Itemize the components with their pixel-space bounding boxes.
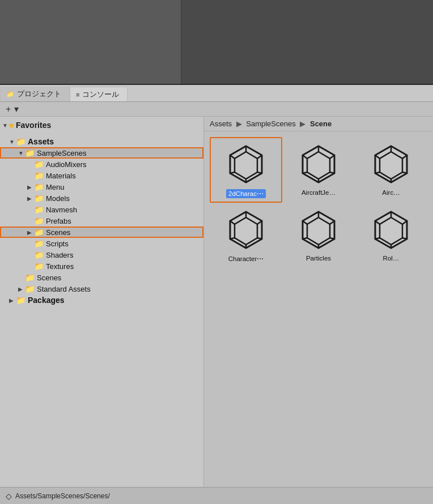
viewport-right [181, 0, 433, 84]
file-grid: 2dCharac⋯ AircraftJe… [204, 131, 433, 487]
status-text: Assets/SampleScenes/Scenes/ [15, 492, 110, 500]
breadcrumb-sep-2: ▶ [300, 119, 308, 128]
main-panel: ▼ ★ Favorites ▼ 📁 Assets ▼ 📁 SampleScene… [0, 117, 433, 487]
menu-folder-icon: 📁 [34, 182, 44, 191]
scenes2-folder-icon: 📁 [25, 273, 35, 282]
file-label-particles: Particles [306, 255, 331, 262]
shaders-label: Shaders [46, 251, 73, 259]
file-item-2dcharac[interactable]: 2dCharac⋯ [210, 137, 282, 203]
packages-folder-icon: 📁 [16, 296, 26, 305]
packages-label: Packages [28, 296, 65, 305]
sidebar-item-assets[interactable]: ▼ 📁 Assets [0, 136, 203, 147]
add-button[interactable]: + [5, 104, 12, 114]
scenes-label: Scenes [46, 228, 70, 237]
navmesh-arrow [27, 207, 33, 213]
sidebar-item-materials[interactable]: 📁 Materials [0, 170, 203, 181]
viewport-area [0, 0, 433, 85]
folder-tab-icon: 📁 [6, 91, 14, 98]
file-label-2dcharac: 2dCharac⋯ [226, 189, 266, 198]
file-label-rol: Rol… [383, 255, 400, 262]
tab-project-label: プロジェクト [17, 89, 61, 99]
standardassets-arrow: ▶ [18, 286, 24, 292]
prefabs-label: Prefabs [46, 217, 71, 225]
scenes-arrow: ▶ [27, 229, 33, 236]
breadcrumb-assets: Assets [210, 119, 232, 128]
audiomixers-label: AudioMixers [46, 160, 87, 169]
content-area: Assets ▶ SampleScenes ▶ Scene [204, 117, 433, 487]
navmesh-label: Navmesh [46, 206, 77, 214]
samplescenes-folder-icon: 📁 [25, 148, 35, 157]
sidebar-item-scripts[interactable]: 📁 Scripts [0, 238, 203, 249]
sidebar-item-favorites[interactable]: ▼ ★ Favorites [0, 119, 203, 131]
prefabs-folder-icon: 📁 [34, 216, 44, 225]
textures-arrow [27, 263, 33, 270]
prefabs-arrow [27, 218, 33, 224]
file-icon-aircraftje [296, 142, 341, 187]
packages-arrow: ▶ [9, 297, 15, 304]
tab-console-label: コンソール [82, 89, 119, 100]
favorites-label: Favorites [16, 121, 51, 130]
audiomixers-folder-icon: 📁 [34, 160, 44, 169]
scripts-arrow [27, 241, 33, 247]
standardassets-folder-icon: 📁 [25, 284, 35, 293]
materials-arrow [27, 173, 33, 179]
file-label-airc: Airc… [382, 189, 400, 196]
scripts-label: Scripts [46, 240, 69, 248]
tab-console[interactable]: ≡ コンソール [70, 87, 128, 101]
file-label-character: Character⋯ [228, 255, 264, 263]
file-item-particles[interactable]: Particles [282, 203, 355, 267]
sidebar-item-scenes[interactable]: ▶ 📁 Scenes [0, 227, 203, 238]
sidebar-item-samplescenes[interactable]: ▼ 📁 SampleScenes [0, 147, 203, 159]
standardassets-label: Standard Assets [37, 285, 91, 293]
shaders-folder-icon: 📁 [34, 250, 44, 259]
sidebar-item-packages[interactable]: ▶ 📁 Packages [0, 294, 203, 306]
favorites-arrow: ▼ [2, 122, 8, 129]
breadcrumb-sep-1: ▶ [236, 119, 244, 128]
add-dropdown-button[interactable]: ▾ [13, 104, 20, 114]
navmesh-folder-icon: 📁 [34, 205, 44, 214]
file-label-aircraftje: AircraftJe… [302, 189, 336, 196]
status-bar: ◇ Assets/SampleScenes/Scenes/ [0, 487, 433, 504]
assets-arrow: ▼ [9, 139, 15, 145]
samplescenes-arrow: ▼ [18, 150, 24, 156]
tab-bar: 📁 プロジェクト ≡ コンソール [0, 85, 433, 102]
sidebar-item-navmesh[interactable]: 📁 Navmesh [0, 204, 203, 215]
file-icon-2dcharac [223, 142, 269, 187]
scenes2-label: Scenes [37, 274, 61, 282]
scenes-folder-icon: 📁 [34, 228, 44, 237]
status-unity-icon: ◇ [6, 492, 12, 501]
tab-project[interactable]: 📁 プロジェクト [0, 87, 70, 101]
shaders-arrow [27, 252, 33, 258]
sidebar-item-menu[interactable]: ▶ 📁 Menu [0, 181, 203, 193]
viewport-left [0, 0, 181, 84]
sidebar-item-prefabs[interactable]: 📁 Prefabs [0, 215, 203, 227]
menu-label: Menu [46, 183, 65, 191]
textures-folder-icon: 📁 [34, 262, 44, 271]
assets-label: Assets [28, 137, 54, 146]
file-icon-character [223, 207, 269, 253]
file-icon-airc [368, 142, 414, 187]
sidebar-item-shaders[interactable]: 📁 Shaders [0, 249, 203, 260]
breadcrumb-scenes: Scene [310, 119, 332, 128]
breadcrumb: Assets ▶ SampleScenes ▶ Scene [204, 117, 433, 131]
file-item-aircraftje[interactable]: AircraftJe… [282, 137, 355, 203]
models-folder-icon: 📁 [34, 194, 44, 203]
file-item-character[interactable]: Character⋯ [210, 203, 282, 267]
models-label: Models [46, 194, 70, 203]
sidebar-item-audiomixers[interactable]: 📁 AudioMixers [0, 159, 203, 170]
materials-label: Materials [46, 172, 76, 180]
file-item-rol[interactable]: Rol… [355, 203, 427, 267]
menu-arrow: ▶ [27, 184, 33, 190]
sidebar-item-scenes2[interactable]: 📁 Scenes [0, 272, 203, 283]
scripts-folder-icon: 📁 [34, 239, 44, 248]
sidebar-item-standardassets[interactable]: ▶ 📁 Standard Assets [0, 283, 203, 294]
assets-folder-icon: 📁 [16, 137, 26, 146]
sidebar-item-textures[interactable]: 📁 Textures [0, 260, 203, 272]
console-tab-icon: ≡ [76, 91, 79, 98]
models-arrow: ▶ [27, 195, 33, 202]
scenes2-arrow [18, 275, 24, 281]
file-item-airc[interactable]: Airc… [355, 137, 427, 203]
audiomixers-arrow [27, 161, 33, 168]
sidebar-item-models[interactable]: ▶ 📁 Models [0, 193, 203, 204]
breadcrumb-samplescenes: SampleScenes [246, 119, 295, 128]
